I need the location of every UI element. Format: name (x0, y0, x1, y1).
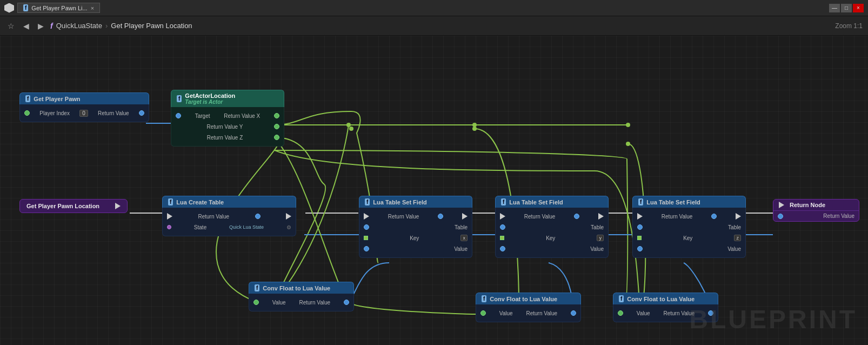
lua-create-table-title: Lua Create Table (176, 199, 224, 205)
return-y-pin[interactable] (274, 124, 279, 129)
setz-table-pin[interactable] (637, 224, 643, 230)
return-z-row: Return Value Z (171, 132, 284, 143)
breadcrumb: f QuickLuaState › Get Player Pawn Locati… (50, 22, 192, 30)
entry-exec-pin[interactable] (115, 203, 121, 209)
conv3-return-label: Return Value (664, 310, 695, 316)
exec-out-pin[interactable] (286, 213, 291, 220)
conv3-row: Value Return Value (613, 308, 718, 319)
conv-float-1-node[interactable]: f Conv Float to Lua Value Value Return V… (249, 282, 354, 311)
target-label: Target (195, 113, 210, 119)
lua-create-table-node[interactable]: f Lua Create Table Return Value State Qu… (162, 196, 296, 236)
conv2-return-pin[interactable] (571, 310, 576, 316)
setx-exec-in[interactable] (364, 213, 369, 220)
return-z-pin[interactable] (274, 135, 279, 140)
sety-return-pin[interactable] (574, 214, 579, 219)
lua-table-set-z-body: Return Value Table Key z Value (632, 208, 746, 258)
setz-key-pin[interactable] (637, 236, 642, 240)
setz-table-row: Table (633, 222, 745, 233)
conv-float-3-header: f Conv Float to Lua Value (613, 293, 718, 304)
sety-table-pin[interactable] (500, 224, 505, 230)
sety-return-label: Return Value (524, 214, 556, 220)
target-row: Target Return Value X (171, 110, 284, 121)
setz-value-label: Value (727, 246, 741, 252)
get-player-pawn-header: f Get Player Pawn (19, 92, 149, 104)
conv2-value-pin[interactable] (480, 310, 486, 316)
return-y-label: Return Value Y (207, 124, 243, 130)
lua-table-set-z-header: f Lua Table Set Field (632, 196, 746, 208)
sety-value-pin[interactable] (500, 246, 505, 251)
setz-return-pin[interactable] (711, 214, 717, 219)
setz-key-row: Key z (633, 233, 745, 243)
return-x-pin[interactable] (274, 113, 279, 118)
return-exec-in[interactable] (779, 202, 784, 208)
forward-button[interactable]: ▶ (36, 21, 46, 31)
conv-float-2-node[interactable]: f Conv Float to Lua Value Value Return V… (476, 293, 581, 322)
svg-point-1 (472, 127, 477, 131)
setx-key-pin[interactable] (364, 236, 368, 240)
get-actor-location-node[interactable]: f GetActorLocation Target is Actor Targe… (171, 90, 284, 147)
state-pin[interactable] (167, 225, 171, 229)
conv-float-3-node[interactable]: f Conv Float to Lua Value Value Return V… (613, 293, 718, 322)
sety-key-pin[interactable] (500, 236, 504, 240)
lua-table-set-x-node[interactable]: f Lua Table Set Field Return Value Table… (359, 196, 472, 258)
titlebar: f Get Player Pawn Li... × — □ × (0, 0, 868, 16)
setx-key-row: Key x (359, 233, 472, 243)
return-node-title: Return Node (790, 202, 825, 208)
sety-key-row: Key y (496, 233, 608, 243)
minimize-button[interactable]: — (829, 4, 840, 12)
setx-exec-out[interactable] (462, 213, 468, 220)
breadcrumb-root[interactable]: QuickLuaState (56, 22, 102, 30)
func-icon-2: f (177, 95, 182, 102)
back-button[interactable]: ◀ (21, 21, 31, 31)
setz-exec-in[interactable] (637, 213, 643, 220)
lua-table-set-y-node[interactable]: f Lua Table Set Field Return Value Table… (495, 196, 609, 258)
state-dropdown[interactable]: Quick Lua State (229, 224, 264, 230)
player-index-value[interactable]: 0 (79, 110, 88, 117)
sety-exec-out[interactable] (598, 213, 604, 220)
sety-exec-in[interactable] (500, 213, 505, 220)
conv1-value-pin[interactable] (253, 300, 259, 305)
tab[interactable]: f Get Player Pawn Li... × (17, 3, 100, 13)
maximize-button[interactable]: □ (841, 4, 852, 12)
create-table-return-pin[interactable] (255, 214, 261, 219)
close-button[interactable]: × (853, 4, 864, 12)
get-player-pawn-node[interactable]: f Get Player Pawn Player Index 0 Return … (19, 92, 149, 122)
conv-float-1-title: Conv Float to Lua Value (263, 285, 330, 291)
conv-float-2-title: Conv Float to Lua Value (490, 296, 557, 302)
target-pin[interactable] (176, 113, 181, 118)
lua-table-set-y-body: Return Value Table Key y Value (495, 208, 609, 258)
entry-node[interactable]: Get Player Pawn Location (19, 199, 128, 213)
setz-value-pin[interactable] (637, 246, 643, 251)
return-value-pin2[interactable] (778, 214, 783, 219)
setz-key-value: z (734, 235, 741, 241)
bookmark-button[interactable]: ☆ (5, 21, 17, 31)
conv3-value-pin[interactable] (618, 310, 623, 316)
lua-table-set-z-node[interactable]: f Lua Table Set Field Return Value Table… (632, 196, 746, 258)
lua-create-table-body: Return Value State Quick Lua State ⚙ (162, 208, 296, 236)
connections-layer (0, 36, 868, 345)
get-player-pawn-title: Get Player Pawn (34, 96, 80, 102)
get-actor-location-subtitle: Target is Actor (185, 99, 235, 105)
conv-float-3-body: Value Return Value (613, 304, 718, 322)
blueprint-canvas[interactable]: f Get Player Pawn Player Index 0 Return … (0, 36, 868, 345)
sety-value-label: Value (590, 246, 604, 252)
setx-return-pin[interactable] (438, 214, 443, 219)
conv-float-1-header: f Conv Float to Lua Value (249, 282, 354, 294)
setx-value-pin[interactable] (364, 246, 369, 251)
conv3-return-pin[interactable] (708, 310, 713, 316)
setz-exec-out[interactable] (736, 213, 741, 220)
player-index-pin[interactable] (24, 110, 30, 116)
return-node[interactable]: Return Node Return Value (773, 199, 859, 222)
setx-exec-row: Return Value (359, 211, 472, 222)
return-value-pin[interactable] (139, 110, 144, 116)
setx-table-pin[interactable] (364, 224, 369, 230)
conv1-return-pin[interactable] (344, 300, 349, 305)
conv3-value-label: Value (637, 310, 650, 316)
func-icon-7: f (482, 295, 486, 302)
tab-close-icon[interactable]: × (91, 5, 94, 11)
setz-exec-row: Return Value (633, 211, 745, 222)
setx-table-row: Table (359, 222, 472, 233)
lua-table-set-x-title: Lua Table Set Field (373, 199, 426, 205)
sety-value-row: Value (496, 243, 608, 254)
exec-in-pin[interactable] (167, 213, 172, 220)
